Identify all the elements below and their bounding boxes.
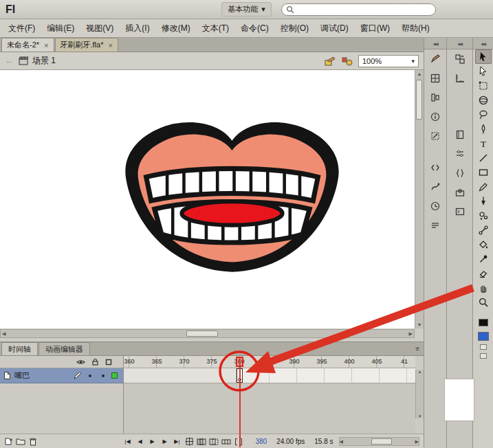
scroll-up-icon[interactable]: ▲: [416, 70, 424, 78]
menu-modify[interactable]: 修改(M): [156, 20, 196, 37]
code-snippets-panel-icon[interactable]: [426, 159, 444, 176]
tab-timeline[interactable]: 时间轴: [1, 342, 38, 355]
frame-rate-value[interactable]: 24.00 fps: [276, 438, 305, 445]
step-forward-button[interactable]: ▶: [159, 436, 170, 447]
bone-tool[interactable]: [475, 223, 492, 237]
scrollbar-thumb[interactable]: [186, 331, 218, 337]
edit-multiple-frames-button[interactable]: [221, 436, 232, 447]
playhead-marker[interactable]: [236, 357, 243, 367]
swatches-panel-icon[interactable]: [426, 70, 444, 87]
scroll-up-icon[interactable]: ▲: [418, 370, 422, 374]
timeline-frames-area[interactable]: 360 365 370 375 380 385 390 395 400 405 …: [124, 356, 415, 434]
layer-frames-row[interactable]: [124, 368, 415, 383]
timeline-horizontal-scrollbar[interactable]: ◀ ▶: [339, 437, 419, 446]
eraser-tool[interactable]: [475, 266, 492, 280]
stage-horizontal-scrollbar[interactable]: ◀ ▶: [0, 329, 415, 338]
onion-skin-button[interactable]: [196, 436, 207, 447]
info-panel-icon[interactable]: [426, 109, 444, 125]
stroke-color-swatch[interactable]: [479, 319, 488, 326]
layer-visibility-dot[interactable]: [89, 374, 91, 377]
center-frame-button[interactable]: [184, 436, 195, 447]
components-panel-icon[interactable]: [451, 184, 469, 201]
timeline-vertical-scrollbar[interactable]: ▲ ▼: [415, 370, 424, 418]
scroll-down-icon[interactable]: ▼: [416, 321, 424, 328]
fill-color-swatch[interactable]: [478, 332, 489, 341]
layer-row-mouth[interactable]: 嘴巴: [0, 368, 123, 383]
menu-view[interactable]: 视图(V): [80, 20, 119, 37]
delete-layer-button[interactable]: [28, 436, 39, 447]
lasso-tool[interactable]: [475, 107, 492, 122]
workspace-switcher-button[interactable]: 基本功能 ▾: [221, 2, 272, 16]
scrollbar-thumb[interactable]: [371, 438, 392, 445]
line-tool[interactable]: [475, 150, 492, 165]
scroll-right-icon[interactable]: ▶: [415, 439, 419, 445]
menu-commands[interactable]: 命令(C): [235, 20, 274, 37]
paint-bucket-tool[interactable]: [475, 237, 492, 251]
free-transform-tool[interactable]: [475, 78, 492, 93]
onion-skin-outline-button[interactable]: [208, 436, 219, 447]
zoom-tool[interactable]: [475, 295, 492, 309]
brush-tool[interactable]: [475, 194, 492, 208]
outline-column-icon[interactable]: [105, 359, 112, 366]
menu-help[interactable]: 帮助(H): [396, 20, 435, 37]
scroll-right-icon[interactable]: ▶: [408, 330, 414, 338]
properties-panel-icon[interactable]: [451, 146, 469, 162]
menu-insert[interactable]: 插入(I): [120, 20, 155, 37]
rulers-panel-icon[interactable]: [451, 70, 469, 87]
text-tool[interactable]: T: [475, 136, 492, 150]
document-tab-untitled[interactable]: 未命名-2* ×: [1, 38, 54, 52]
close-icon[interactable]: ×: [108, 41, 112, 49]
go-to-first-frame-button[interactable]: |◀: [122, 436, 133, 447]
color-panel-icon[interactable]: [426, 51, 444, 67]
new-folder-button[interactable]: [15, 436, 26, 447]
scene-breadcrumb[interactable]: 场景 1: [19, 55, 56, 67]
scroll-left-icon[interactable]: ◀: [1, 330, 7, 338]
menu-text[interactable]: 文本(T): [197, 20, 234, 37]
selection-tool[interactable]: [475, 49, 492, 64]
menu-control[interactable]: 控制(O): [275, 20, 314, 37]
swap-colors-button[interactable]: [480, 353, 487, 359]
back-arrow-icon[interactable]: ←: [5, 56, 14, 66]
scroll-down-icon[interactable]: ▼: [418, 414, 422, 418]
visibility-column-eye-icon[interactable]: [76, 359, 85, 366]
play-button[interactable]: ▶: [146, 436, 157, 447]
dock-collapse-button[interactable]: ◀◀: [447, 38, 472, 49]
go-to-last-frame-button[interactable]: ▶|: [171, 436, 182, 447]
edit-scene-button[interactable]: [341, 56, 353, 67]
subselection-tool[interactable]: [475, 64, 492, 78]
align-panel-icon[interactable]: [426, 89, 444, 106]
current-frame-value[interactable]: 380: [255, 438, 267, 445]
stage-vertical-scrollbar[interactable]: ▲ ▼: [415, 70, 424, 328]
3d-rotation-tool[interactable]: [475, 93, 492, 107]
menu-file[interactable]: 文件(F): [3, 20, 41, 37]
dock-collapse-button[interactable]: ◀◀: [424, 38, 446, 49]
history-panel-icon[interactable]: [426, 198, 444, 214]
output-panel-icon[interactable]: [451, 203, 469, 220]
new-layer-button[interactable]: [3, 436, 14, 447]
pencil-tool[interactable]: [475, 179, 492, 194]
pen-tool[interactable]: [475, 122, 492, 136]
hand-tool[interactable]: [475, 280, 492, 295]
deco-tool[interactable]: [475, 208, 492, 223]
search-box[interactable]: [281, 3, 436, 16]
default-colors-button[interactable]: [480, 344, 487, 350]
playhead-line[interactable]: [239, 357, 241, 447]
rectangle-tool[interactable]: [475, 165, 492, 179]
close-icon[interactable]: ×: [44, 41, 48, 49]
scrollbar-thumb[interactable]: [416, 80, 422, 120]
edit-symbols-button[interactable]: [324, 56, 336, 67]
panel-menu-icon[interactable]: ≡: [415, 345, 419, 352]
stage-artwork-mouth[interactable]: [117, 110, 347, 280]
transform-panel-icon[interactable]: [426, 128, 444, 144]
dock-collapse-button[interactable]: ◀◀: [473, 38, 493, 49]
motion-presets-panel-icon[interactable]: [426, 179, 444, 195]
actions-panel-icon[interactable]: [451, 165, 469, 181]
step-back-button[interactable]: ◀: [134, 436, 145, 447]
layer-lock-dot[interactable]: [102, 374, 105, 377]
swap-symbol-panel-icon[interactable]: [451, 51, 469, 67]
strings-panel-icon[interactable]: [426, 217, 444, 234]
menu-debug[interactable]: 调试(D): [315, 20, 354, 37]
lock-column-icon[interactable]: [91, 358, 99, 366]
search-input[interactable]: [297, 5, 431, 14]
tab-motion-editor[interactable]: 动画编辑器: [39, 342, 90, 355]
